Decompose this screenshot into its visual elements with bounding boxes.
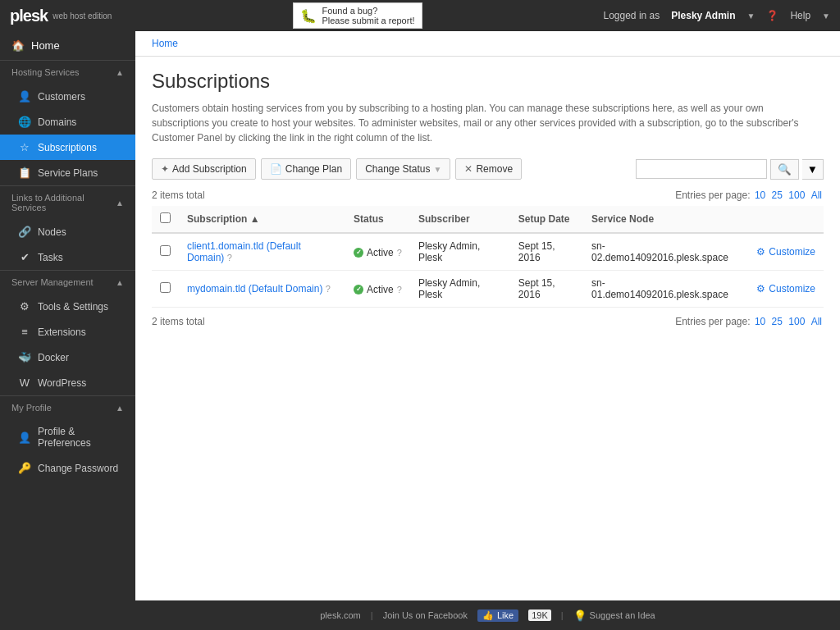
table-row: client1.domain.tld (Default Domain) ? Ac… xyxy=(152,233,824,271)
subscriptions-table: Subscription ▲ Status Subscriber Setup D… xyxy=(152,206,824,308)
sidebar-item-subscriptions[interactable]: ☆ Subscriptions xyxy=(0,135,135,160)
entries-all-bottom[interactable]: All xyxy=(811,316,822,327)
row-subscription-1: mydomain.tld (Default Domain) ? xyxy=(179,271,345,308)
footer-divider-2: | xyxy=(561,610,564,620)
admin-name[interactable]: Plesky Admin xyxy=(671,10,735,21)
sidebar-home-label: Home xyxy=(31,39,60,52)
subscription-link-1[interactable]: mydomain.tld (Default Domain) xyxy=(187,283,322,294)
footer-plesk-link[interactable]: plesk.com xyxy=(320,610,361,620)
col-actions xyxy=(748,206,824,233)
entries-100-bottom[interactable]: 100 xyxy=(788,316,805,327)
entries-10-bottom[interactable]: 10 xyxy=(755,316,765,327)
add-subscription-button[interactable]: ✦ Add Subscription xyxy=(152,158,256,180)
content-area: Home Subscriptions Customers obtain host… xyxy=(135,31,840,630)
sidebar-item-docker[interactable]: 🐳 Docker xyxy=(0,345,135,370)
subscription-help-0[interactable]: ? xyxy=(227,253,232,262)
footer-facebook-link[interactable]: Join Us on Facebook xyxy=(383,610,468,620)
service-plans-icon: 📋 xyxy=(18,167,31,179)
header-right: Logged in as Plesky Admin ▼ ❓ Help ▼ xyxy=(604,10,831,21)
search-input[interactable] xyxy=(636,159,767,179)
row-checkbox-cell xyxy=(152,233,179,271)
entries-all[interactable]: All xyxy=(811,189,822,201)
entries-per-page-top: Entries per page: 10 25 100 All xyxy=(675,189,824,201)
change-plan-button[interactable]: 📄 Change Plan xyxy=(261,158,351,180)
facebook-like-button[interactable]: 👍 Like xyxy=(477,609,518,622)
admin-dropdown-arrow[interactable]: ▼ xyxy=(747,11,756,21)
change-plan-icon: 📄 xyxy=(270,163,282,175)
sidebar-item-wordpress[interactable]: W WordPress xyxy=(0,370,135,395)
entries-10[interactable]: 10 xyxy=(755,189,765,201)
sidebar-item-customers[interactable]: 👤 Customers xyxy=(0,84,135,109)
footer: plesk.com | Join Us on Facebook 👍 Like 1… xyxy=(135,600,840,630)
customize-link-0[interactable]: ⚙ Customize xyxy=(756,246,815,258)
sidebar-section-server-header[interactable]: Server Management ▲ xyxy=(0,271,135,294)
sidebar-item-tasks[interactable]: ✔ Tasks xyxy=(0,244,135,270)
sidebar-item-docker-label: Docker xyxy=(38,352,69,363)
sidebar-item-nodes[interactable]: 🔗 Nodes xyxy=(0,219,135,244)
sidebar-section-hosting-header[interactable]: Hosting Services ▲ xyxy=(0,61,135,84)
help-dropdown-arrow[interactable]: ▼ xyxy=(822,11,830,21)
sidebar-item-change-password[interactable]: 🔑 Change Password xyxy=(0,455,135,481)
search-filter-button[interactable]: ▼ xyxy=(802,159,824,180)
items-info-bottom: 2 items total Entries per page: 10 25 10… xyxy=(152,316,824,327)
page-description: Customers obtain hosting services from y… xyxy=(152,101,824,145)
sidebar-item-customers-label: Customers xyxy=(38,91,85,103)
like-label: Like xyxy=(497,610,514,620)
status-dot-1 xyxy=(354,285,363,294)
change-status-button[interactable]: Change Status ▼ xyxy=(356,158,450,180)
sidebar-item-extensions[interactable]: ≡ Extensions xyxy=(0,319,135,345)
entries-25[interactable]: 25 xyxy=(772,189,783,201)
row-service-node-0: sn-02.demo14092016.plesk.space xyxy=(583,233,748,271)
hosting-collapse-arrow: ▲ xyxy=(116,68,124,77)
footer-divider-1: | xyxy=(371,610,373,620)
status-help-1[interactable]: ? xyxy=(397,285,402,294)
row-status-1: Active ? xyxy=(345,271,410,308)
entries-100[interactable]: 100 xyxy=(788,189,805,201)
row-checkbox-1[interactable] xyxy=(160,282,171,293)
sidebar-section-hosting-label: Hosting Services xyxy=(11,67,80,77)
docker-icon: 🐳 xyxy=(18,351,31,363)
row-subscriber-0: Plesky Admin, Plesk xyxy=(410,233,510,271)
table-header-row: Subscription ▲ Status Subscriber Setup D… xyxy=(152,206,824,233)
items-total-bottom: 2 items total xyxy=(152,316,205,327)
col-service-node: Service Node xyxy=(583,206,748,233)
entries-25-bottom[interactable]: 25 xyxy=(772,316,783,327)
bug-report-banner[interactable]: 🐛 Found a bug? Please submit a report! xyxy=(293,2,422,29)
entries-per-page-bottom: Entries per page: 10 25 100 All xyxy=(675,316,824,327)
sidebar-item-profile-prefs[interactable]: 👤 Profile & Preferences xyxy=(0,419,135,455)
col-subscription[interactable]: Subscription ▲ xyxy=(179,206,345,233)
links-collapse-arrow: ▲ xyxy=(116,199,124,208)
sidebar-section-server: Server Management ▲ ⚙ Tools & Settings ≡… xyxy=(0,270,135,395)
extensions-icon: ≡ xyxy=(18,326,31,338)
sidebar-item-tools-settings[interactable]: ⚙ Tools & Settings xyxy=(0,294,135,319)
sidebar-section-links: Links to Additional Services ▲ 🔗 Nodes ✔… xyxy=(0,185,135,270)
row-action-1: ⚙ Customize xyxy=(748,271,824,308)
search-button[interactable]: 🔍 xyxy=(770,159,799,180)
row-setup-date-1: Sept 15, 2016 xyxy=(510,271,583,308)
sidebar-item-domains[interactable]: 🌐 Domains xyxy=(0,109,135,135)
help-label[interactable]: Help xyxy=(790,10,810,21)
status-dot-0 xyxy=(354,248,363,258)
remove-button[interactable]: ✕ Remove xyxy=(455,158,522,180)
sidebar-item-service-plans[interactable]: 📋 Service Plans xyxy=(0,160,135,185)
tasks-icon: ✔ xyxy=(18,251,31,263)
select-all-checkbox[interactable] xyxy=(160,212,171,223)
row-subscriber-1: Plesky Admin, Plesk xyxy=(410,271,510,308)
nodes-icon: 🔗 xyxy=(18,226,31,238)
sidebar-section-profile-header[interactable]: My Profile ▲ xyxy=(0,396,135,419)
subscription-help-1[interactable]: ? xyxy=(326,284,331,294)
sidebar-section-links-header[interactable]: Links to Additional Services ▲ xyxy=(0,186,135,219)
suggest-link[interactable]: 💡 Suggest an Idea xyxy=(573,609,655,622)
logo-text: plesk xyxy=(10,7,48,25)
customize-link-1[interactable]: ⚙ Customize xyxy=(756,283,815,294)
subscription-link-0[interactable]: client1.domain.tld (Default Domain) xyxy=(187,240,301,263)
status-badge-1: Active ? xyxy=(354,284,402,295)
status-help-0[interactable]: ? xyxy=(397,248,402,258)
row-checkbox-0[interactable] xyxy=(160,245,171,256)
remove-icon: ✕ xyxy=(464,163,472,175)
breadcrumb-home-link[interactable]: Home xyxy=(152,38,178,49)
home-icon: 🏠 xyxy=(11,39,25,52)
sidebar-home[interactable]: 🏠 Home xyxy=(0,31,135,60)
sidebar-item-subscriptions-label: Subscriptions xyxy=(38,142,97,153)
like-thumb-icon: 👍 xyxy=(482,610,494,621)
